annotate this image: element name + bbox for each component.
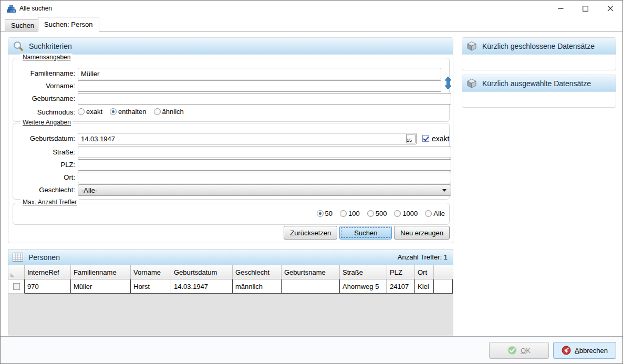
radio-label: 500 — [376, 210, 387, 217]
group-weitere-angaben: Weitere Angaben Geburtsdatum: 15 exakt S… — [13, 123, 450, 200]
criteria-header: Suchkriterien — [8, 38, 453, 55]
cell-familienname: Müller — [71, 279, 131, 294]
strasse-row: Straße: — [13, 147, 449, 158]
minimize-icon — [558, 6, 564, 12]
radio-circle — [154, 108, 161, 115]
radio-max-100[interactable]: 100 — [340, 210, 360, 217]
swap-fields-icon[interactable] — [444, 76, 452, 90]
row-checkbox[interactable] — [13, 283, 20, 290]
radio-max-50[interactable]: 50 — [317, 210, 333, 217]
recently-selected-panel: Kürzlich ausgewählte Datensätze — [462, 75, 616, 108]
result-count: Anzahl Treffer: 1 — [398, 253, 448, 261]
tab-suchen[interactable]: Suchen — [5, 19, 40, 31]
geburtsdatum-input[interactable] — [78, 133, 417, 144]
column-header-strasse[interactable]: Straße — [340, 265, 387, 279]
radio-circle — [425, 210, 432, 217]
select-all-corner[interactable] — [8, 265, 25, 279]
column-header-ort[interactable]: Ort — [415, 265, 434, 279]
plz-input[interactable] — [78, 159, 451, 171]
geburtsname-input[interactable] — [78, 93, 451, 105]
strasse-input[interactable] — [78, 147, 451, 158]
cancel-label: Abbrechen — [575, 347, 608, 355]
suchmodus-label: Suchmodus: — [13, 108, 75, 116]
recently-closed-panel: Kürzlich geschlossene Datensätze — [462, 37, 616, 70]
vorname-row: Vorname: — [13, 80, 449, 92]
panel-title: Kürzlich geschlossene Datensätze — [482, 42, 595, 50]
cell-filler — [434, 279, 453, 294]
maximize-button[interactable] — [573, 1, 598, 16]
cell-ort: Kiel — [415, 279, 434, 294]
group-legend: Weitere Angaben — [20, 119, 73, 126]
calendar-day: 15 — [407, 138, 412, 143]
ok-button[interactable]: OK — [489, 342, 549, 359]
search-button[interactable]: Suchen — [339, 226, 392, 240]
familienname-row: Familienname: — [13, 68, 449, 79]
ort-row: Ort: — [13, 172, 449, 183]
ort-input[interactable] — [78, 172, 451, 183]
results-title: Personen — [28, 253, 60, 262]
cell-strasse: Ahornweg 5 — [340, 279, 387, 294]
exakt-checkbox[interactable] — [422, 135, 429, 142]
ort-label: Ort: — [13, 173, 75, 181]
cube-icon — [466, 78, 477, 89]
cell-interneref: 970 — [25, 279, 71, 294]
radio-circle — [367, 210, 374, 217]
radio-max-500[interactable]: 500 — [367, 210, 387, 217]
calendar-picker-button[interactable]: 15 — [406, 134, 416, 143]
exakt-checkbox-label: exakt — [432, 134, 449, 143]
recently-selected-header[interactable]: Kürzlich ausgewählte Datensätze — [462, 75, 616, 92]
window-title: Alle suchen — [19, 5, 52, 12]
minimize-button[interactable] — [548, 1, 573, 16]
radio-max-alle[interactable]: Alle — [425, 210, 445, 217]
search-icon — [13, 40, 24, 51]
vorname-label: Vorname: — [13, 82, 75, 90]
radio-circle — [110, 108, 117, 115]
reset-button[interactable]: Zurücksetzen — [284, 226, 337, 240]
group-legend: Namensangaben — [20, 54, 72, 61]
tab-bar: Suchen Suchen: Person — [1, 16, 622, 32]
plz-label: PLZ: — [13, 161, 75, 169]
create-new-button[interactable]: Neu erzeugen — [394, 226, 450, 240]
vorname-input[interactable] — [78, 80, 441, 92]
column-header-geburtsdatum[interactable]: Geburtsdatum — [171, 265, 233, 279]
group-legend: Max. Anzahl Treffer — [20, 199, 79, 206]
cancel-arrow-icon — [562, 346, 571, 355]
group-max-anzahl-treffer: Max. Anzahl Treffer 50 100 500 — [13, 203, 450, 225]
cell-geburtsdatum: 14.03.1947 — [171, 279, 233, 294]
radio-label: 1000 — [402, 210, 418, 217]
geschlecht-dropdown[interactable]: -Alle- — [78, 184, 451, 196]
criteria-button-row: Zurücksetzen Suchen Neu erzeugen — [284, 226, 450, 240]
suchmodus-row: Suchmodus: exakt enthalten ähnlich — [13, 107, 449, 118]
column-header-geschlecht[interactable]: Geschlecht — [233, 265, 282, 279]
radio-label: ähnlich — [162, 108, 184, 116]
table-row[interactable]: 970 Müller Horst 14.03.1947 männlich Aho… — [8, 279, 453, 294]
familienname-input[interactable] — [78, 68, 441, 79]
column-header-vorname[interactable]: Vorname — [131, 265, 171, 279]
column-header-plz[interactable]: PLZ — [387, 265, 415, 279]
radio-suchmodus-enthalten[interactable]: enthalten — [110, 108, 147, 116]
radio-circle — [340, 210, 347, 217]
strasse-label: Straße: — [13, 148, 75, 156]
close-icon — [607, 5, 614, 12]
app-cubes-icon — [7, 4, 16, 13]
radio-circle — [394, 210, 401, 217]
radio-circle — [317, 210, 324, 217]
column-header-geburtsname[interactable]: Geburtsname — [282, 265, 340, 279]
dialog-footer: OK Abbrechen — [1, 336, 622, 363]
radio-max-1000[interactable]: 1000 — [394, 210, 418, 217]
tab-suchen-person[interactable]: Suchen: Person — [38, 17, 99, 32]
results-header: Personen Anzahl Treffer: 1 — [8, 249, 453, 265]
column-header-familienname[interactable]: Familienname — [71, 265, 131, 279]
radio-suchmodus-exakt[interactable]: exakt — [78, 108, 102, 116]
close-button[interactable] — [598, 1, 622, 16]
column-header-interneref[interactable]: InterneRef — [25, 265, 71, 279]
recently-closed-header[interactable]: Kürzlich geschlossene Datensätze — [462, 38, 616, 55]
geburtsdatum-row: Geburtsdatum: 15 exakt — [13, 133, 449, 144]
window-controls — [548, 1, 622, 16]
cancel-button[interactable]: Abbrechen — [553, 342, 616, 359]
radio-suchmodus-aehnlich[interactable]: ähnlich — [154, 108, 184, 116]
cell-plz: 24107 — [387, 279, 415, 294]
radio-label: Alle — [433, 210, 445, 217]
cell-vorname: Horst — [131, 279, 171, 294]
results-panel: Personen Anzahl Treffer: 1 InterneRef Fa… — [8, 249, 453, 335]
